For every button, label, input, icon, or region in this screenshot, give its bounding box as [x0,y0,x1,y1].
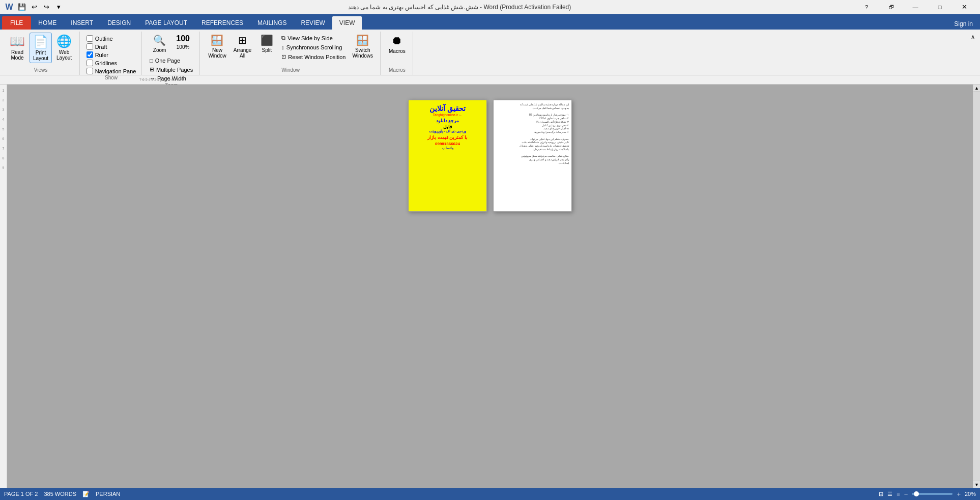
tab-file[interactable]: FILE [2,16,31,30]
redo-qat-button[interactable]: ↪ [41,2,52,13]
vertical-ruler: 1 2 3 4 5 6 7 8 9 [0,85,7,488]
view-side-by-side-button[interactable]: ⧉ View Side by Side [279,34,348,42]
layout-view-icon-2[interactable]: ☰ [887,491,892,497]
read-mode-icon: 📖 [10,34,25,48]
status-bar: PAGE 1 OF 2 385 WORDS 📝 PERSIAN ⊞ ☰ ≡ − … [0,488,980,500]
reset-window-position-button[interactable]: ⊡ Reset Window Position [279,52,348,61]
window-title: شش.شش غذایی که احساس بهتری به شما می دهن… [64,4,855,11]
zoom-icon: 🔍 [153,34,166,46]
views-buttons: 📖 ReadMode 📄 PrintLayout 🌐 WebLayout [6,33,75,67]
quick-access-toolbar: 💾 ↩ ↪ ▾ [16,2,64,13]
outline-checkbox[interactable]: Outline [87,35,113,42]
100percent-icon: 100 [176,34,190,43]
read-mode-label: ReadMode [11,49,23,61]
navigation-pane-label: Navigation Pane [95,68,136,74]
tab-insert[interactable]: INSERT [64,16,100,30]
language: PERSIAN [96,491,120,497]
tab-page-layout[interactable]: PAGE LAYOUT [138,16,194,30]
window-items: 🪟 NewWindow ⊞ ArrangeAll ⬛ Split ⧉ View … [205,33,376,67]
proofing-icon[interactable]: 📝 [82,491,90,497]
tab-references[interactable]: REFERENCES [194,16,250,30]
macros-label: Macros [389,48,406,54]
print-layout-icon: 📄 [33,35,48,49]
split-label: Split [262,47,272,53]
tab-home[interactable]: HOME [31,16,64,30]
switch-windows-button[interactable]: 🪟 SwitchWindows [349,33,376,60]
document-page-1: تحقیق آنلاین Tahghighonline.ir ← مرجع دا… [408,100,487,212]
zoom-items: 🔍 Zoom 100 100% [149,33,194,54]
outline-label: Outline [95,36,113,42]
zoom-label: Zoom [153,47,166,53]
one-page-button[interactable]: □ One Page [147,57,195,65]
arrange-all-label: ArrangeAll [234,47,252,59]
tab-review[interactable]: REVIEW [294,16,332,30]
save-qat-button[interactable]: 💾 [16,2,27,13]
outline-check[interactable] [87,35,93,42]
page-cover-content: تحقیق آنلاین Tahghighonline.ir ← مرجع دا… [409,100,486,211]
web-layout-button[interactable]: 🌐 WebLayout [53,33,75,62]
arrange-all-icon: ⊞ [238,34,247,46]
reset-window-position-label: Reset Window Position [288,54,345,60]
document-page-2: این مقاله درباره تغذیه سالم و غذاهایی اس… [493,100,572,212]
scroll-down-button[interactable]: ▼ [973,481,981,488]
title-bar-controls: ? 🗗 — □ ✕ [855,0,976,14]
zoom-in-button[interactable]: + [957,490,961,498]
minimize-button[interactable]: — [904,0,927,14]
macros-button[interactable]: ⏺ Macros [386,33,409,55]
tab-mailings[interactable]: MAILINGS [250,16,294,30]
tab-view[interactable]: VIEW [332,16,362,30]
word-count: 385 WORDS [44,491,76,497]
split-button[interactable]: ⬛ Split [255,33,278,54]
window-group-label: Window [281,67,300,74]
macros-icon: ⏺ [391,34,402,47]
show-group-label: Show [105,75,118,81]
multiple-pages-button[interactable]: ⊞ Multiple Pages [147,65,195,74]
scroll-up-button[interactable]: ▲ [973,85,981,92]
help-button[interactable]: ? [855,0,878,14]
title-bar: W 💾 ↩ ↪ ▾ شش.شش غذایی که احساس بهتری به … [0,0,980,14]
ruler-checkbox[interactable]: Ruler [87,51,108,59]
word-app-icon: W [4,2,14,12]
draft-checkbox[interactable]: Draft [87,43,107,50]
views-group-label: Views [34,67,48,74]
synchronous-scrolling-button[interactable]: ↕ Synchronous Scrolling [279,43,348,51]
tab-design[interactable]: DESIGN [100,16,138,30]
sign-in-button[interactable]: Sign in [949,18,978,30]
cover-file: فایل [443,124,452,129]
ruler-check[interactable] [87,51,93,58]
layout-view-icon-3[interactable]: ≡ [897,491,900,497]
web-layout-label: WebLayout [56,49,72,61]
view-side-by-side-label: View Side by Side [287,35,332,41]
ribbon-view: 📖 ReadMode 📄 PrintLayout 🌐 WebLayout Vie… [0,30,980,75]
arrange-all-button[interactable]: ⊞ ArrangeAll [230,33,255,60]
zoom-button[interactable]: 🔍 Zoom [149,33,171,54]
switch-windows-icon: 🪟 [356,34,369,46]
navigation-pane-check[interactable] [87,68,93,74]
layout-view-icon-1[interactable]: ⊞ [879,491,883,497]
close-button[interactable]: ✕ [953,0,976,14]
ribbon-group-window: 🪟 NewWindow ⊞ ArrangeAll ⬛ Split ⧉ View … [201,32,381,75]
100percent-button[interactable]: 100 100% [172,33,194,51]
maximize-button[interactable]: □ [928,0,952,14]
show-row1: Outline [87,35,113,42]
draft-check[interactable] [87,43,93,50]
gridlines-check[interactable] [87,60,93,66]
gridlines-checkbox[interactable]: Gridlines [87,59,117,67]
new-window-button[interactable]: 🪟 NewWindow [205,33,229,60]
collapse-ribbon-button[interactable]: ∧ [968,33,978,41]
cover-title: تحقیق آنلاین [429,104,466,113]
ribbon-group-zoom: 🔍 Zoom 100 100% □ One Page ⊞ Multiple Pa… [143,32,200,75]
restore-down-button[interactable]: 🗗 [879,0,903,14]
zoom-slider[interactable] [912,493,953,495]
vertical-scrollbar[interactable]: ▲ ▼ [973,85,980,488]
read-mode-button[interactable]: 📖 ReadMode [6,33,28,62]
macros-items: ⏺ Macros [386,33,409,67]
new-window-label: NewWindow [208,47,226,59]
zoom-out-button[interactable]: − [904,490,908,498]
customize-qat-button[interactable]: ▾ [53,2,64,13]
title-bar-left: W 💾 ↩ ↪ ▾ [4,2,64,13]
print-layout-button[interactable]: 📄 PrintLayout [30,33,52,63]
one-page-icon: □ [150,58,153,64]
undo-qat-button[interactable]: ↩ [28,2,40,13]
navigation-pane-checkbox[interactable]: Navigation Pane [87,67,136,75]
